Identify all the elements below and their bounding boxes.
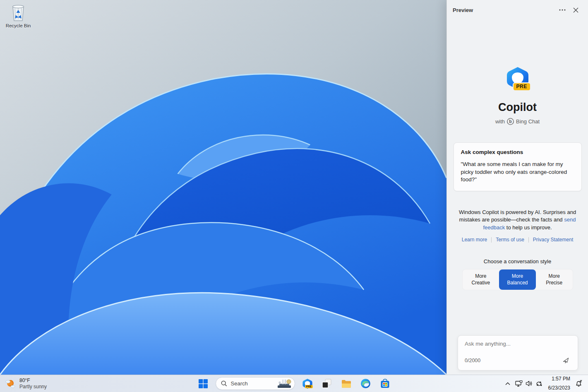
search-box[interactable]: Search xyxy=(216,377,295,390)
subtitle-with: with xyxy=(495,118,505,125)
windows-start-icon xyxy=(198,379,208,389)
notifications-button[interactable] xyxy=(573,377,585,391)
char-counter: 0/2000 xyxy=(465,358,480,363)
privacy-statement-link[interactable]: Privacy Statement xyxy=(533,237,573,243)
copilot-panel: Preview PRE Copi xyxy=(446,0,588,375)
volume-icon xyxy=(526,380,533,387)
disclaimer-text: Windows Copilot is powered by AI. Surpri… xyxy=(459,209,576,223)
weather-widget[interactable]: 80°F Partly sunny xyxy=(0,375,51,392)
copilot-logo: PRE xyxy=(506,66,530,91)
more-options-button[interactable] xyxy=(556,4,569,16)
suggestion-card-title: Ask complex questions xyxy=(461,149,574,155)
task-view-button[interactable] xyxy=(320,377,334,391)
taskbar-pre-badge: PRE xyxy=(305,385,313,389)
divider xyxy=(528,237,529,243)
tray-status-cluster[interactable] xyxy=(513,377,546,391)
close-button[interactable] xyxy=(569,4,582,16)
divider xyxy=(491,237,492,243)
microsoft-store-button[interactable] xyxy=(378,377,392,391)
file-explorer-icon xyxy=(341,378,352,389)
taskbar-copilot-button[interactable]: PRE xyxy=(300,377,314,391)
taskbar-center: Search PRE xyxy=(196,375,392,392)
file-explorer-button[interactable] xyxy=(339,377,353,391)
copilot-panel-header: Preview xyxy=(447,0,588,20)
tray-overflow-button[interactable] xyxy=(503,377,513,391)
ellipsis-icon xyxy=(559,9,566,11)
policy-links: Learn more Terms of use Privacy Statemen… xyxy=(462,237,573,243)
search-icon xyxy=(221,380,227,387)
bloom-wallpaper xyxy=(0,0,446,375)
network-icon xyxy=(515,380,523,387)
bing-chat-icon: b xyxy=(507,118,514,125)
weather-condition: Partly sunny xyxy=(19,384,47,390)
suggestion-card-quote: "What are some meals I can make for my p… xyxy=(461,161,574,184)
copilot-subtitle: with b Bing Chat xyxy=(495,118,540,125)
taskbar: 80°F Partly sunny Search xyxy=(0,375,588,392)
panel-title: Preview xyxy=(453,7,473,13)
style-more-creative[interactable]: More Creative xyxy=(463,269,499,290)
send-icon xyxy=(562,357,570,364)
chevron-up-icon xyxy=(505,382,510,385)
pre-badge: PRE xyxy=(513,82,531,91)
chat-input-card: 0/2000 xyxy=(458,335,578,370)
copilot-title: Copilot xyxy=(498,101,537,114)
subtitle-brand: Bing Chat xyxy=(516,118,540,125)
task-view-icon xyxy=(322,378,332,389)
microsoft-store-icon xyxy=(380,378,390,389)
recycle-bin[interactable]: Recycle Bin xyxy=(2,2,34,28)
edge-button[interactable] xyxy=(359,377,373,391)
weather-temp: 80°F xyxy=(19,378,47,384)
suggestion-card[interactable]: Ask complex questions "What are some mea… xyxy=(454,142,582,191)
notification-bell-icon xyxy=(575,380,582,387)
conversation-style-label: Choose a conversation style xyxy=(484,258,551,265)
close-icon xyxy=(573,7,578,13)
desktop: Recycle Bin xyxy=(0,0,446,375)
tray-time: 1:57 PM xyxy=(552,376,570,382)
terms-of-use-link[interactable]: Terms of use xyxy=(496,237,524,243)
search-placeholder: Search xyxy=(231,380,271,387)
learn-more-link[interactable]: Learn more xyxy=(462,237,487,243)
svg-text:b: b xyxy=(509,119,511,124)
tray-date: 6/23/2023 xyxy=(548,385,570,391)
system-tray: 1:57 PM 6/23/2023 xyxy=(503,375,588,392)
weather-icon xyxy=(5,378,16,389)
edge-icon xyxy=(360,378,371,389)
chat-input[interactable] xyxy=(465,341,572,347)
search-highlights-icon xyxy=(275,378,293,389)
update-sync-icon xyxy=(535,380,543,387)
conversation-style-group: More Creative More Balanced More Precise xyxy=(462,269,573,290)
disclaimer-text-after: to help us improve. xyxy=(505,224,552,231)
recycle-bin-icon xyxy=(9,2,28,22)
clock[interactable]: 1:57 PM 6/23/2023 xyxy=(546,377,573,391)
style-more-precise[interactable]: More Precise xyxy=(536,269,573,290)
recycle-bin-label: Recycle Bin xyxy=(2,23,34,28)
send-button[interactable] xyxy=(560,355,572,366)
style-more-balanced[interactable]: More Balanced xyxy=(499,269,536,290)
ai-disclaimer: Windows Copilot is powered by AI. Surpri… xyxy=(455,209,580,231)
copilot-panel-body: PRE Copilot with b Bing Chat Ask complex… xyxy=(447,20,588,375)
start-button[interactable] xyxy=(196,377,210,391)
